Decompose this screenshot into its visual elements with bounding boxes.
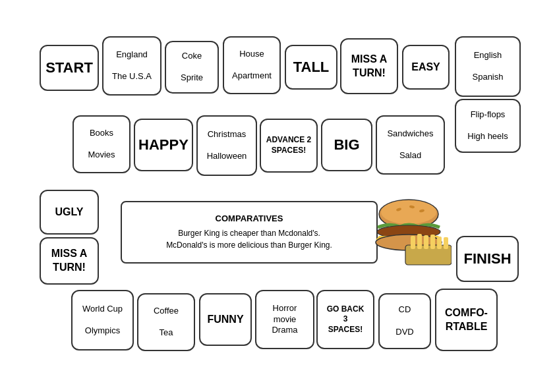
svg-rect-10 xyxy=(424,235,428,249)
flip-flops-highheels-line-2: High heels xyxy=(467,131,508,142)
go-back-3-spaces: GO BACK3SPACES! xyxy=(316,290,374,349)
english-spanish-line-2: Spanish xyxy=(473,72,504,83)
tall-line-0: TALL xyxy=(293,58,330,77)
england-usa: EnglandThe U.S.A xyxy=(102,36,161,96)
sandwiches-salad: SandwichesSalad xyxy=(376,115,445,175)
start-line-0: START xyxy=(45,59,93,78)
books-movies: BooksMovies xyxy=(73,115,131,173)
miss-a-turn-2: MISS ATURN! xyxy=(40,237,99,285)
ugly: UGLY xyxy=(40,190,99,235)
coke-sprite: CokeSprite xyxy=(165,41,219,94)
miss-a-turn-2-line-0: MISS A xyxy=(51,247,88,261)
finish: FINISH xyxy=(456,236,519,282)
coke-sprite-line-0: Coke xyxy=(182,51,202,62)
board: COMPARATIVES Burger King is cheaper than… xyxy=(0,0,555,392)
comfortable-line-1: RTABLE xyxy=(446,320,488,334)
christmas-halloween: ChristmasHalloween xyxy=(196,115,257,176)
england-usa-line-0: England xyxy=(116,49,148,61)
coke-sprite-line-2: Sprite xyxy=(181,72,203,84)
funny-line-0: FUNNY xyxy=(207,313,243,327)
house-apartment-line-2: Apartment xyxy=(232,70,272,82)
sandwiches-salad-line-2: Salad xyxy=(399,150,421,161)
svg-rect-13 xyxy=(444,237,448,249)
go-back-3-spaces-line-0: GO BACK xyxy=(327,304,365,315)
christmas-halloween-line-2: Halloween xyxy=(207,151,247,162)
svg-point-1 xyxy=(381,200,436,224)
house-apartment-line-0: House xyxy=(239,49,264,60)
center-lines: Burger King is cheaper than Mcdonald's.M… xyxy=(166,227,332,251)
go-back-3-spaces-line-2: SPACES! xyxy=(328,325,363,335)
svg-rect-8 xyxy=(411,236,415,249)
comfortable-line-0: COMFO- xyxy=(445,306,488,320)
big-line-0: BIG xyxy=(334,136,359,155)
svg-rect-11 xyxy=(430,235,435,249)
center-title: COMPARATIVES xyxy=(216,213,283,223)
go-back-3-spaces-line-1: 3 xyxy=(343,314,348,325)
cd-dvd-line-0: CD xyxy=(399,304,411,316)
books-movies-line-2: Movies xyxy=(88,150,115,161)
flip-flops-highheels-line-0: Flip-flops xyxy=(471,109,506,121)
flip-flops-highheels: Flip-flopsHigh heels xyxy=(455,99,521,153)
world-cup-olympics: World CupOlympics xyxy=(71,290,134,350)
happy-line-0: HAPPY xyxy=(138,136,189,155)
english-spanish: EnglishSpanish xyxy=(455,36,521,97)
coffee-tea-line-0: Coffee xyxy=(154,306,179,317)
center-box: COMPARATIVES Burger King is cheaper than… xyxy=(121,201,378,264)
big: BIG xyxy=(321,119,372,171)
comfortable: COMFO-RTABLE xyxy=(435,289,498,351)
easy-line-0: EASY xyxy=(411,61,440,74)
coffee-tea: CoffeeTea xyxy=(137,293,195,351)
ugly-line-0: UGLY xyxy=(55,206,84,219)
horror-drama: HorrormovieDrama xyxy=(255,290,314,349)
advance-2-spaces: ADVANCE 2SPACES! xyxy=(260,119,318,173)
advance-2-spaces-line-0: ADVANCE 2 xyxy=(266,135,311,146)
miss-a-turn-2-line-1: TURN! xyxy=(53,261,86,275)
horror-drama-line-0: Horror xyxy=(273,303,297,314)
sandwiches-salad-line-0: Sandwiches xyxy=(387,128,433,140)
miss-a-turn-1: MISS ATURN! xyxy=(340,38,398,94)
easy: EASY xyxy=(402,45,450,90)
advance-2-spaces-line-1: SPACES! xyxy=(272,146,306,156)
books-movies-line-0: Books xyxy=(90,128,113,139)
cd-dvd-line-2: DVD xyxy=(395,327,413,338)
english-spanish-line-0: English xyxy=(474,50,502,61)
world-cup-olympics-line-0: World Cup xyxy=(82,304,123,315)
finish-line-0: FINISH xyxy=(463,250,511,269)
house-apartment: HouseApartment xyxy=(223,36,281,94)
funny: FUNNY xyxy=(199,293,252,346)
svg-rect-9 xyxy=(417,234,422,249)
svg-rect-12 xyxy=(437,237,442,249)
burger-illustration xyxy=(366,198,452,267)
cd-dvd: CDDVD xyxy=(378,293,431,349)
coffee-tea-line-2: Tea xyxy=(160,327,173,339)
horror-drama-line-2: Drama xyxy=(272,325,297,336)
world-cup-olympics-line-2: Olympics xyxy=(85,325,120,337)
start: START xyxy=(40,45,99,91)
christmas-halloween-line-0: Christmas xyxy=(208,129,247,140)
tall: TALL xyxy=(285,45,337,90)
happy: HAPPY xyxy=(134,119,193,171)
miss-a-turn-1-line-1: TURN! xyxy=(353,67,386,80)
miss-a-turn-1-line-0: MISS A xyxy=(351,53,388,67)
england-usa-line-2: The U.S.A xyxy=(112,71,152,82)
horror-drama-line-1: movie xyxy=(274,314,297,325)
